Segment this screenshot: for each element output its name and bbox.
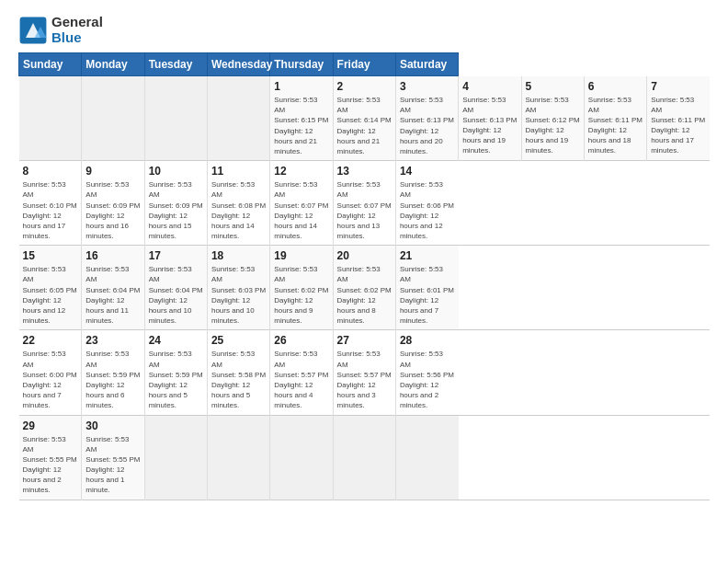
calendar-cell: 18Sunrise: 5:53 AMSunset: 6:03 PMDayligh… bbox=[207, 246, 269, 330]
day-number: 12 bbox=[274, 165, 328, 178]
day-info: Sunrise: 5:53 AMSunset: 6:11 PMDaylight:… bbox=[588, 95, 643, 156]
day-info: Sunrise: 5:53 AMSunset: 5:55 PMDaylight:… bbox=[85, 434, 140, 496]
calendar-cell: 24Sunrise: 5:53 AMSunset: 5:59 PMDayligh… bbox=[144, 330, 207, 415]
day-number: 24 bbox=[149, 334, 203, 347]
day-info: Sunrise: 5:53 AMSunset: 6:15 PMDaylight:… bbox=[274, 95, 328, 156]
day-info: Sunrise: 5:53 AMSunset: 6:10 PMDaylight:… bbox=[23, 179, 78, 241]
day-number: 21 bbox=[400, 249, 455, 262]
calendar-cell bbox=[82, 76, 144, 161]
day-number: 30 bbox=[85, 419, 140, 432]
calendar-cell: 5Sunrise: 5:53 AMSunset: 6:12 PMDaylight… bbox=[521, 76, 584, 161]
th-monday: Monday bbox=[82, 53, 144, 76]
day-number: 19 bbox=[274, 249, 328, 262]
day-number: 6 bbox=[588, 80, 643, 93]
day-number: 2 bbox=[337, 80, 392, 93]
calendar-cell: 1Sunrise: 5:53 AMSunset: 6:15 PMDaylight… bbox=[270, 76, 333, 161]
day-info: Sunrise: 5:53 AMSunset: 5:57 PMDaylight:… bbox=[274, 349, 328, 410]
calendar-cell: 23Sunrise: 5:53 AMSunset: 5:59 PMDayligh… bbox=[82, 330, 144, 415]
day-info: Sunrise: 5:53 AMSunset: 6:09 PMDaylight:… bbox=[149, 179, 203, 241]
day-info: Sunrise: 5:53 AMSunset: 5:59 PMDaylight:… bbox=[85, 349, 140, 410]
calendar-cell: 27Sunrise: 5:53 AMSunset: 5:57 PMDayligh… bbox=[333, 330, 395, 415]
logo-blue: Blue bbox=[51, 29, 82, 45]
day-number: 15 bbox=[23, 249, 78, 262]
day-info: Sunrise: 5:53 AMSunset: 6:02 PMDaylight:… bbox=[274, 264, 328, 326]
day-number: 5 bbox=[526, 80, 580, 93]
th-friday: Friday bbox=[333, 53, 395, 76]
day-number: 18 bbox=[211, 249, 266, 262]
day-number: 25 bbox=[211, 334, 266, 347]
day-info: Sunrise: 5:53 AMSunset: 6:14 PMDaylight:… bbox=[337, 95, 392, 156]
th-saturday: Saturday bbox=[395, 53, 458, 76]
day-info: Sunrise: 5:53 AMSunset: 6:03 PMDaylight:… bbox=[211, 264, 266, 326]
calendar-cell: 28Sunrise: 5:53 AMSunset: 5:56 PMDayligh… bbox=[395, 330, 458, 415]
weekday-row: Sunday Monday Tuesday Wednesday Thursday… bbox=[19, 53, 711, 76]
calendar-header: Sunday Monday Tuesday Wednesday Thursday… bbox=[19, 53, 711, 76]
th-thursday: Thursday bbox=[270, 53, 333, 76]
day-number: 3 bbox=[400, 80, 454, 93]
day-info: Sunrise: 5:53 AMSunset: 6:11 PMDaylight:… bbox=[651, 95, 706, 156]
logo: General Blue bbox=[18, 15, 103, 45]
day-info: Sunrise: 5:53 AMSunset: 6:07 PMDaylight:… bbox=[337, 179, 392, 241]
calendar-cell: 15Sunrise: 5:53 AMSunset: 6:05 PMDayligh… bbox=[19, 246, 82, 330]
day-info: Sunrise: 5:53 AMSunset: 6:08 PMDaylight:… bbox=[211, 179, 266, 241]
day-number: 20 bbox=[337, 249, 392, 262]
calendar-cell: 17Sunrise: 5:53 AMSunset: 6:04 PMDayligh… bbox=[144, 246, 207, 330]
page: General Blue Sunday Monday Tuesday Wedne… bbox=[0, 0, 728, 563]
day-number: 16 bbox=[85, 249, 140, 262]
calendar-cell: 25Sunrise: 5:53 AMSunset: 5:58 PMDayligh… bbox=[207, 330, 269, 415]
calendar-cell: 8Sunrise: 5:53 AMSunset: 6:10 PMDaylight… bbox=[19, 161, 82, 246]
calendar-cell bbox=[207, 415, 269, 500]
calendar-cell: 26Sunrise: 5:53 AMSunset: 5:57 PMDayligh… bbox=[270, 330, 333, 415]
day-number: 17 bbox=[149, 249, 203, 262]
logo-icon bbox=[18, 16, 48, 45]
day-info: Sunrise: 5:53 AMSunset: 6:13 PMDaylight:… bbox=[462, 95, 517, 156]
day-number: 11 bbox=[211, 165, 266, 178]
calendar-cell: 2Sunrise: 5:53 AMSunset: 6:14 PMDaylight… bbox=[333, 76, 395, 161]
day-number: 14 bbox=[400, 165, 455, 178]
day-info: Sunrise: 5:53 AMSunset: 6:06 PMDaylight:… bbox=[400, 179, 455, 241]
day-number: 4 bbox=[462, 80, 517, 93]
day-number: 26 bbox=[274, 334, 328, 347]
calendar-cell bbox=[395, 415, 458, 500]
day-number: 7 bbox=[651, 80, 706, 93]
day-info: Sunrise: 5:53 AMSunset: 6:09 PMDaylight:… bbox=[85, 179, 140, 241]
calendar-cell: 21Sunrise: 5:53 AMSunset: 6:01 PMDayligh… bbox=[395, 246, 458, 330]
th-sunday: Sunday bbox=[19, 53, 82, 76]
day-info: Sunrise: 5:53 AMSunset: 5:59 PMDaylight:… bbox=[149, 349, 203, 410]
day-number: 27 bbox=[337, 334, 392, 347]
logo-general: General bbox=[51, 14, 103, 29]
calendar-cell: 30Sunrise: 5:53 AMSunset: 5:55 PMDayligh… bbox=[82, 415, 144, 500]
calendar-cell: 12Sunrise: 5:53 AMSunset: 6:07 PMDayligh… bbox=[270, 161, 333, 246]
calendar-cell bbox=[144, 76, 207, 161]
calendar-body: 1Sunrise: 5:53 AMSunset: 6:15 PMDaylight… bbox=[19, 76, 711, 500]
day-info: Sunrise: 5:53 AMSunset: 5:58 PMDaylight:… bbox=[211, 349, 266, 410]
day-info: Sunrise: 5:53 AMSunset: 5:57 PMDaylight:… bbox=[337, 349, 392, 410]
calendar-cell: 22Sunrise: 5:53 AMSunset: 6:00 PMDayligh… bbox=[19, 330, 82, 415]
day-info: Sunrise: 5:53 AMSunset: 6:12 PMDaylight:… bbox=[526, 95, 580, 156]
calendar-cell: 11Sunrise: 5:53 AMSunset: 6:08 PMDayligh… bbox=[207, 161, 269, 246]
calendar-week-2: 15Sunrise: 5:53 AMSunset: 6:05 PMDayligh… bbox=[19, 246, 711, 330]
day-info: Sunrise: 5:53 AMSunset: 6:13 PMDaylight:… bbox=[400, 95, 454, 156]
calendar-cell: 13Sunrise: 5:53 AMSunset: 6:07 PMDayligh… bbox=[333, 161, 395, 246]
calendar-cell bbox=[333, 415, 395, 500]
day-info: Sunrise: 5:53 AMSunset: 6:04 PMDaylight:… bbox=[149, 264, 203, 326]
calendar-week-1: 8Sunrise: 5:53 AMSunset: 6:10 PMDaylight… bbox=[19, 161, 711, 246]
th-tuesday: Tuesday bbox=[144, 53, 207, 76]
day-number: 28 bbox=[400, 334, 455, 347]
day-number: 22 bbox=[23, 334, 78, 347]
calendar-cell: 7Sunrise: 5:53 AMSunset: 6:11 PMDaylight… bbox=[647, 76, 710, 161]
calendar-cell bbox=[144, 415, 207, 500]
calendar-cell: 20Sunrise: 5:53 AMSunset: 6:02 PMDayligh… bbox=[333, 246, 395, 330]
calendar-cell: 10Sunrise: 5:53 AMSunset: 6:09 PMDayligh… bbox=[144, 161, 207, 246]
day-number: 10 bbox=[149, 165, 203, 178]
calendar-cell: 9Sunrise: 5:53 AMSunset: 6:09 PMDaylight… bbox=[82, 161, 144, 246]
day-info: Sunrise: 5:53 AMSunset: 6:07 PMDaylight:… bbox=[274, 179, 328, 241]
calendar-week-3: 22Sunrise: 5:53 AMSunset: 6:00 PMDayligh… bbox=[19, 330, 711, 415]
calendar-cell: 6Sunrise: 5:53 AMSunset: 6:11 PMDaylight… bbox=[584, 76, 646, 161]
calendar-cell: 19Sunrise: 5:53 AMSunset: 6:02 PMDayligh… bbox=[270, 246, 333, 330]
day-number: 8 bbox=[23, 165, 78, 178]
day-info: Sunrise: 5:53 AMSunset: 5:56 PMDaylight:… bbox=[400, 349, 455, 410]
calendar-cell bbox=[19, 76, 82, 161]
day-info: Sunrise: 5:53 AMSunset: 6:04 PMDaylight:… bbox=[85, 264, 140, 326]
calendar-week-4: 29Sunrise: 5:53 AMSunset: 5:55 PMDayligh… bbox=[19, 415, 711, 500]
